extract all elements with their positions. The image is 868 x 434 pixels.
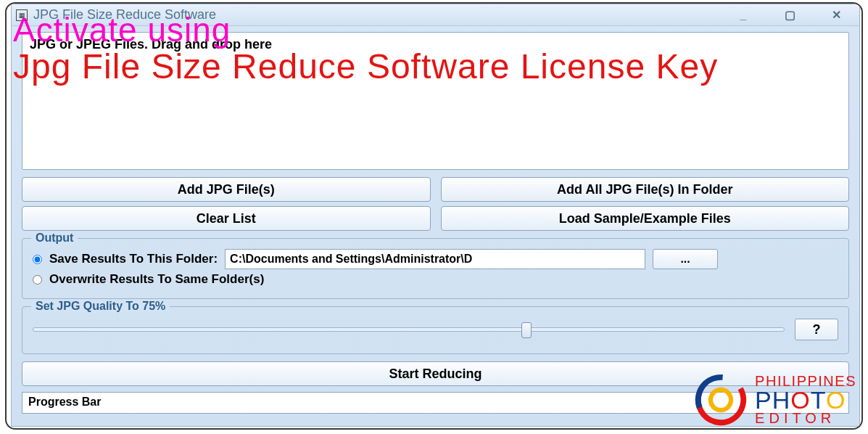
add-files-button[interactable]: Add JPG File(s) [22, 177, 431, 202]
overwrite-label: Overwrite Results To Same Folder(s) [49, 272, 264, 287]
watermark-text: PHILIPPINES PHOTO EDITOR [755, 374, 856, 425]
save-to-radio[interactable] [33, 255, 42, 264]
quality-row: ? [33, 314, 838, 345]
button-row-1: Add JPG File(s) Add All JPG File(s) In F… [22, 177, 849, 202]
clear-list-button[interactable]: Clear List [22, 206, 431, 231]
load-sample-button[interactable]: Load Sample/Example Files [441, 206, 850, 231]
overlay-license-text: Jpg File Size Reduce Software License Ke… [13, 46, 718, 86]
overlay-activate-text: Activate using [13, 10, 231, 49]
overwrite-row: Overwrite Results To Same Folder(s) [33, 272, 838, 287]
quality-slider[interactable] [33, 327, 785, 332]
overwrite-radio[interactable] [33, 275, 42, 284]
svg-point-2 [711, 390, 731, 410]
save-to-row: Save Results To This Folder: ... [33, 249, 838, 269]
svg-point-0 [693, 372, 749, 428]
window-controls: _ ▢ ✕ [730, 9, 855, 22]
save-to-label: Save Results To This Folder: [49, 252, 218, 266]
minimize-button[interactable]: _ [730, 9, 756, 22]
quality-fieldset: Set JPG Quality To 75% ? [22, 306, 849, 354]
save-to-path-input[interactable] [225, 249, 645, 269]
progress-label: Progress Bar [28, 396, 102, 408]
maximize-button[interactable]: ▢ [777, 9, 803, 22]
quality-legend: Set JPG Quality To 75% [31, 300, 170, 313]
button-row-2: Clear List Load Sample/Example Files [22, 206, 849, 231]
help-button[interactable]: ? [795, 319, 838, 340]
output-fieldset: Output Save Results To This Folder: ... … [22, 238, 849, 299]
close-button[interactable]: ✕ [823, 9, 849, 22]
output-legend: Output [31, 232, 78, 245]
browse-button[interactable]: ... [653, 249, 718, 269]
watermark-line2: PHOTO [755, 388, 856, 412]
svg-point-1 [693, 372, 749, 428]
watermark-icon [693, 372, 749, 428]
watermark-line3: EDITOR [755, 412, 856, 425]
watermark: PHILIPPINES PHOTO EDITOR [693, 372, 856, 428]
slider-thumb[interactable] [521, 322, 532, 338]
add-folder-button[interactable]: Add All JPG File(s) In Folder [441, 177, 850, 202]
